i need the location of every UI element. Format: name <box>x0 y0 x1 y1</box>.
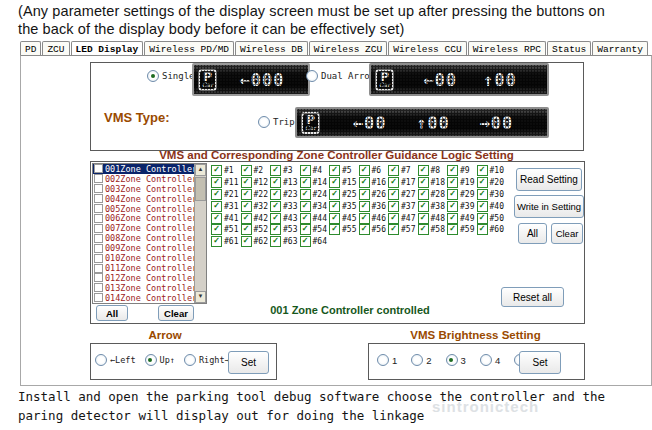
arrow-radio[interactable]: ←Left <box>95 354 136 366</box>
arrow-set-button[interactable]: Set <box>228 351 269 374</box>
checked-checkbox-icon[interactable]: ✓ <box>359 201 370 212</box>
checked-checkbox-icon[interactable]: ✓ <box>241 236 252 247</box>
channel-checkbox-cell[interactable]: ✓ #47 <box>388 212 418 224</box>
checked-checkbox-icon[interactable]: ✓ <box>241 224 252 235</box>
list-scrollbar[interactable]: ▲ ▼ <box>194 164 206 303</box>
brightness-radio[interactable]: 2 <box>411 354 431 366</box>
channel-checkbox-cell[interactable]: ✓ #35 <box>329 200 359 212</box>
channel-checkbox-cell[interactable]: ✓ #37 <box>388 200 418 212</box>
checked-checkbox-icon[interactable]: ✓ <box>300 165 311 176</box>
channel-checkbox-cell[interactable]: ✓ #42 <box>241 212 271 224</box>
tab[interactable]: Wireless PD/MD <box>144 41 234 56</box>
channel-checkbox-cell[interactable]: ✓ #30 <box>477 189 507 201</box>
channel-checkbox-cell[interactable]: ✓ #34 <box>300 200 330 212</box>
channel-checkbox-cell[interactable]: ✓ #23 <box>270 189 300 201</box>
brightness-radio[interactable]: 3 <box>446 354 466 366</box>
channel-checkbox-cell[interactable]: ✓ #61 <box>211 236 241 248</box>
checked-checkbox-icon[interactable]: ✓ <box>418 213 429 224</box>
tab[interactable]: Wireless RPC <box>468 41 546 56</box>
zone-list-item[interactable]: 006Zone Controller <box>93 214 194 224</box>
tab[interactable]: Warranty <box>592 41 648 56</box>
channel-checkbox-cell[interactable]: ✓ #17 <box>388 177 418 189</box>
channel-checkbox-cell[interactable]: ✓ #15 <box>329 177 359 189</box>
checked-checkbox-icon[interactable]: ✓ <box>329 165 340 176</box>
channel-checkbox-cell[interactable]: ✓ #45 <box>329 212 359 224</box>
channel-checkbox-cell[interactable]: ✓ #21 <box>211 189 241 201</box>
read-setting-button[interactable]: Read Setting <box>516 168 582 191</box>
checked-checkbox-icon[interactable]: ✓ <box>241 165 252 176</box>
checked-checkbox-icon[interactable]: ✓ <box>211 165 222 176</box>
checked-checkbox-icon[interactable]: ✓ <box>477 165 488 176</box>
channel-checkbox-cell[interactable]: ✓ #8 <box>418 165 448 177</box>
checked-checkbox-icon[interactable]: ✓ <box>359 224 370 235</box>
channel-checkbox-cell[interactable]: ✓ #25 <box>329 189 359 201</box>
channel-checkbox-cell[interactable]: ✓ #40 <box>477 200 507 212</box>
tab[interactable]: Wireless CCU <box>388 41 466 56</box>
zone-list-item[interactable]: 009Zone Controller <box>93 243 194 253</box>
checked-checkbox-icon[interactable]: ✓ <box>477 189 488 200</box>
select-all-channels-button[interactable]: All <box>518 223 547 244</box>
tab[interactable]: ZCU <box>42 41 69 56</box>
checked-checkbox-icon[interactable]: ✓ <box>329 177 340 188</box>
channel-checkbox-cell[interactable]: ✓ #50 <box>477 212 507 224</box>
channel-checkbox-cell[interactable]: ✓ #13 <box>270 177 300 189</box>
zone-list-item[interactable]: 012Zone Controller <box>93 273 194 283</box>
unchecked-checkbox-icon[interactable] <box>94 264 103 273</box>
checked-checkbox-icon[interactable]: ✓ <box>418 189 429 200</box>
checked-checkbox-icon[interactable]: ✓ <box>300 189 311 200</box>
channel-checkbox-cell[interactable]: ✓ #49 <box>447 212 477 224</box>
channel-checkbox-cell[interactable]: ✓ #64 <box>300 236 330 248</box>
channel-checkbox-cell[interactable]: ✓ #19 <box>447 177 477 189</box>
scrollbar-thumb[interactable] <box>195 177 206 201</box>
channel-checkbox-cell[interactable]: ✓ #10 <box>477 165 507 177</box>
checked-checkbox-icon[interactable]: ✓ <box>329 213 340 224</box>
tab[interactable]: Wireless ZCU <box>309 41 387 56</box>
checked-checkbox-icon[interactable]: ✓ <box>241 189 252 200</box>
channel-checkbox-cell[interactable]: ✓ #1 <box>211 165 241 177</box>
checked-checkbox-icon[interactable]: ✓ <box>270 165 281 176</box>
zone-list-item[interactable]: 005Zone Controller <box>93 204 194 214</box>
unchecked-checkbox-icon[interactable] <box>94 234 103 243</box>
channel-checkbox-cell[interactable]: ✓ #53 <box>270 224 300 236</box>
scroll-down-icon[interactable]: ▼ <box>195 291 206 303</box>
channel-checkbox-cell[interactable]: ✓ #32 <box>241 200 271 212</box>
list-clear-button[interactable]: Clear <box>158 305 194 321</box>
unchecked-checkbox-icon[interactable] <box>94 273 103 282</box>
checked-checkbox-icon[interactable]: ✓ <box>359 189 370 200</box>
channel-checkbox-cell[interactable]: ✓ #24 <box>300 189 330 201</box>
checked-checkbox-icon[interactable]: ✓ <box>477 213 488 224</box>
channel-checkbox-cell[interactable]: ✓ #29 <box>447 189 477 201</box>
radio-dual-arrow[interactable]: Dual Arrow <box>306 70 375 82</box>
zone-list-item[interactable]: 002Zone Controller <box>93 174 194 184</box>
channel-checkbox-cell[interactable]: ✓ #60 <box>477 224 507 236</box>
checked-checkbox-icon[interactable]: ✓ <box>329 189 340 200</box>
checked-checkbox-icon[interactable]: ✓ <box>359 177 370 188</box>
checked-checkbox-icon[interactable]: ✓ <box>388 201 399 212</box>
checked-checkbox-icon[interactable]: ✓ <box>477 224 488 235</box>
checked-checkbox-icon[interactable]: ✓ <box>329 201 340 212</box>
channel-checkbox-cell[interactable]: ✓ #27 <box>388 189 418 201</box>
checked-checkbox-icon[interactable]: ✓ <box>270 177 281 188</box>
checked-checkbox-icon[interactable]: ✓ <box>241 201 252 212</box>
channel-checkbox-cell[interactable]: ✓ #4 <box>300 165 330 177</box>
arrow-radio[interactable]: Up↑ <box>145 354 175 366</box>
checked-checkbox-icon[interactable]: ✓ <box>359 213 370 224</box>
unchecked-checkbox-icon[interactable] <box>94 194 103 203</box>
checked-checkbox-icon[interactable]: ✓ <box>241 177 252 188</box>
brightness-radio[interactable]: 4 <box>480 354 500 366</box>
channel-checkbox-cell[interactable]: ✓ #26 <box>359 189 389 201</box>
channel-checkbox-cell[interactable]: ✓ #31 <box>211 200 241 212</box>
unchecked-checkbox-icon[interactable] <box>94 174 103 183</box>
channel-checkbox-cell[interactable]: ✓ #36 <box>359 200 389 212</box>
checked-checkbox-icon[interactable]: ✓ <box>418 224 429 235</box>
checked-checkbox-icon[interactable]: ✓ <box>418 201 429 212</box>
checked-checkbox-icon[interactable]: ✓ <box>388 177 399 188</box>
checked-checkbox-icon[interactable]: ✓ <box>447 201 458 212</box>
unchecked-checkbox-icon[interactable] <box>94 244 103 253</box>
channel-checkbox-cell[interactable]: ✓ #16 <box>359 177 389 189</box>
radio-single[interactable]: Single <box>147 70 195 82</box>
checked-checkbox-icon[interactable]: ✓ <box>211 236 222 247</box>
checked-checkbox-icon[interactable]: ✓ <box>211 224 222 235</box>
list-all-button[interactable]: All <box>96 305 128 321</box>
checked-checkbox-icon[interactable]: ✓ <box>241 213 252 224</box>
